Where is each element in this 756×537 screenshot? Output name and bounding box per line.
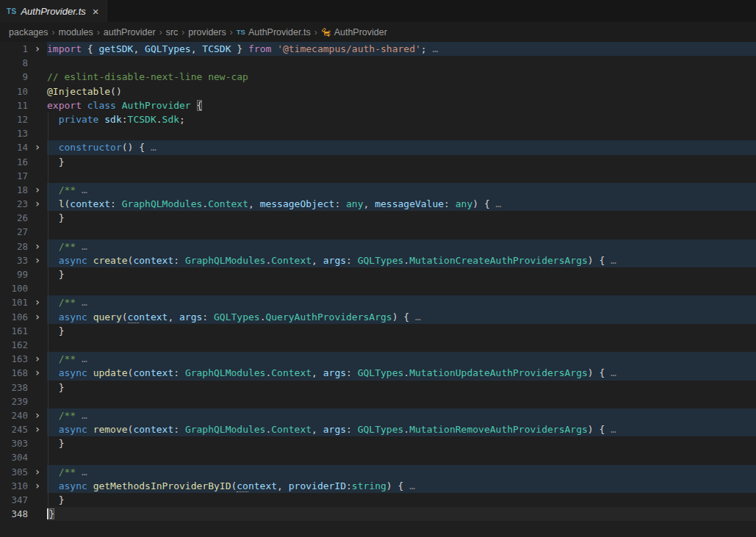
folded-code-ellipsis[interactable]: … bbox=[611, 424, 616, 435]
fold-chevron-icon[interactable]: › bbox=[28, 422, 47, 436]
line-number[interactable]: 26 bbox=[0, 211, 28, 225]
code-line-28[interactable]: 28› /** … bbox=[0, 239, 756, 253]
line-number[interactable]: 304 bbox=[0, 450, 28, 464]
line-number[interactable]: 161 bbox=[0, 324, 28, 338]
line-number[interactable]: 310 bbox=[0, 479, 28, 493]
code-line-16[interactable]: 16 } bbox=[0, 155, 756, 169]
close-icon[interactable]: × bbox=[93, 6, 99, 17]
line-number[interactable]: 168 bbox=[0, 366, 28, 380]
fold-chevron-icon[interactable]: › bbox=[28, 479, 47, 493]
line-number[interactable]: 240 bbox=[0, 408, 28, 422]
fold-chevron-icon[interactable]: › bbox=[28, 183, 47, 197]
fold-chevron-icon[interactable]: › bbox=[28, 408, 47, 422]
code-line-238[interactable]: 238 } bbox=[0, 381, 756, 394]
code-line-245[interactable]: 245› async remove(context: GraphQLModule… bbox=[0, 422, 756, 436]
code-line-304[interactable]: 304 bbox=[0, 450, 756, 464]
fold-chevron-icon[interactable]: › bbox=[28, 197, 47, 211]
line-number[interactable]: 27 bbox=[0, 225, 28, 239]
line-number[interactable]: 14 bbox=[0, 140, 28, 154]
line-number[interactable]: 162 bbox=[0, 338, 28, 352]
fold-chevron-icon[interactable]: › bbox=[28, 253, 47, 267]
line-number[interactable]: 347 bbox=[0, 493, 28, 507]
code-line-101[interactable]: 101› /** … bbox=[0, 295, 756, 309]
line-number[interactable]: 9 bbox=[0, 70, 28, 84]
code-line-163[interactable]: 163› /** … bbox=[0, 352, 756, 366]
code-line-13[interactable]: 13 bbox=[0, 126, 756, 140]
breadcrumb-item-authprovider-ts[interactable]: TSAuthProvider.ts bbox=[237, 27, 311, 37]
code-line-8[interactable]: 8 bbox=[0, 56, 756, 70]
line-number[interactable]: 33 bbox=[0, 253, 28, 267]
fold-chevron-icon[interactable]: › bbox=[28, 352, 47, 366]
line-number[interactable]: 305 bbox=[0, 465, 28, 479]
folded-code-ellipsis[interactable]: … bbox=[151, 142, 156, 153]
breadcrumb-item-authprovider[interactable]: AuthProvider bbox=[321, 27, 387, 37]
code-line-17[interactable]: 17 bbox=[0, 169, 756, 183]
line-number[interactable]: 8 bbox=[0, 56, 28, 70]
folded-code-ellipsis[interactable]: … bbox=[611, 367, 616, 378]
line-number[interactable]: 13 bbox=[0, 126, 28, 140]
line-number[interactable]: 1 bbox=[0, 42, 28, 56]
line-number[interactable]: 100 bbox=[0, 281, 28, 295]
code-line-12[interactable]: 12 private sdk:TCSDK.Sdk; bbox=[0, 112, 756, 126]
breadcrumb-item-modules[interactable]: modules bbox=[59, 27, 93, 37]
code-line-18[interactable]: 18› /** … bbox=[0, 183, 756, 197]
code-line-9[interactable]: 9// eslint-disable-next-line new-cap bbox=[0, 70, 756, 84]
code-line-99[interactable]: 99 } bbox=[0, 267, 756, 281]
breadcrumb-item-authprovider[interactable]: authProvider bbox=[104, 27, 156, 37]
line-number[interactable]: 16 bbox=[0, 155, 28, 169]
code-line-161[interactable]: 161 } bbox=[0, 324, 756, 338]
code-line-27[interactable]: 27 bbox=[0, 225, 756, 239]
line-number[interactable]: 245 bbox=[0, 422, 28, 436]
folded-code-ellipsis[interactable]: … bbox=[409, 480, 415, 491]
folded-code-ellipsis[interactable]: … bbox=[82, 297, 87, 308]
folded-code-ellipsis[interactable]: … bbox=[82, 241, 87, 252]
line-number[interactable]: 11 bbox=[0, 98, 28, 112]
line-number[interactable]: 99 bbox=[0, 267, 28, 281]
fold-chevron-icon[interactable]: › bbox=[28, 366, 47, 380]
code-line-100[interactable]: 100 bbox=[0, 281, 756, 295]
fold-chevron-icon[interactable]: › bbox=[28, 140, 47, 154]
line-number[interactable]: 106 bbox=[0, 310, 28, 324]
line-number[interactable]: 12 bbox=[0, 112, 28, 126]
line-number[interactable]: 303 bbox=[0, 436, 28, 450]
fold-chevron-icon[interactable]: › bbox=[28, 295, 47, 309]
code-line-33[interactable]: 33› async create(context: GraphQLModules… bbox=[0, 253, 756, 267]
folded-code-ellipsis[interactable]: … bbox=[82, 466, 87, 477]
fold-chevron-icon[interactable]: › bbox=[28, 42, 47, 56]
line-number[interactable]: 163 bbox=[0, 352, 28, 366]
code-line-303[interactable]: 303 } bbox=[0, 436, 756, 450]
code-line-168[interactable]: 168› async update(context: GraphQLModule… bbox=[0, 366, 756, 380]
code-line-1[interactable]: 1›import { getSDK, GQLTypes, TCSDK } fro… bbox=[0, 42, 756, 56]
line-number[interactable]: 23 bbox=[0, 197, 28, 211]
folded-code-ellipsis[interactable]: … bbox=[82, 184, 87, 195]
folded-code-ellipsis[interactable]: … bbox=[432, 43, 438, 54]
line-number[interactable]: 101 bbox=[0, 295, 28, 309]
code-line-10[interactable]: 10@Injectable() bbox=[0, 84, 756, 98]
breadcrumb-item-src[interactable]: src bbox=[166, 27, 179, 37]
line-number[interactable]: 238 bbox=[0, 381, 28, 394]
folded-code-ellipsis[interactable]: … bbox=[82, 410, 87, 421]
line-number[interactable]: 348 bbox=[0, 507, 28, 521]
fold-chevron-icon[interactable]: › bbox=[28, 310, 47, 324]
fold-chevron-icon[interactable]: › bbox=[28, 239, 47, 253]
code-line-310[interactable]: 310› async getMethodsInProviderByID(cont… bbox=[0, 479, 756, 493]
fold-chevron-icon[interactable]: › bbox=[28, 465, 47, 479]
code-line-106[interactable]: 106› async query(context, args: GQLTypes… bbox=[0, 310, 756, 324]
folded-code-ellipsis[interactable]: … bbox=[611, 255, 616, 266]
breadcrumb-item-providers[interactable]: providers bbox=[188, 27, 226, 37]
code-line-14[interactable]: 14› constructor() { … bbox=[0, 140, 756, 154]
code-line-348[interactable]: 348} bbox=[0, 507, 756, 521]
code-line-240[interactable]: 240› /** … bbox=[0, 408, 756, 422]
line-number[interactable]: 28 bbox=[0, 239, 28, 253]
folded-code-ellipsis[interactable]: … bbox=[415, 311, 421, 322]
code-line-162[interactable]: 162 bbox=[0, 338, 756, 352]
line-number[interactable]: 18 bbox=[0, 183, 28, 197]
code-line-239[interactable]: 239 bbox=[0, 394, 756, 408]
code-line-11[interactable]: 11export class AuthProvider { bbox=[0, 98, 756, 112]
code-line-26[interactable]: 26 } bbox=[0, 211, 756, 225]
editor-tab-authprovider[interactable]: TS AuthProvider.ts × bbox=[0, 0, 107, 22]
code-line-23[interactable]: 23› l(context: GraphQLModules.Context, m… bbox=[0, 197, 756, 211]
code-line-305[interactable]: 305› /** … bbox=[0, 465, 756, 479]
breadcrumb-item-packages[interactable]: packages bbox=[9, 27, 48, 37]
line-number[interactable]: 10 bbox=[0, 84, 28, 98]
